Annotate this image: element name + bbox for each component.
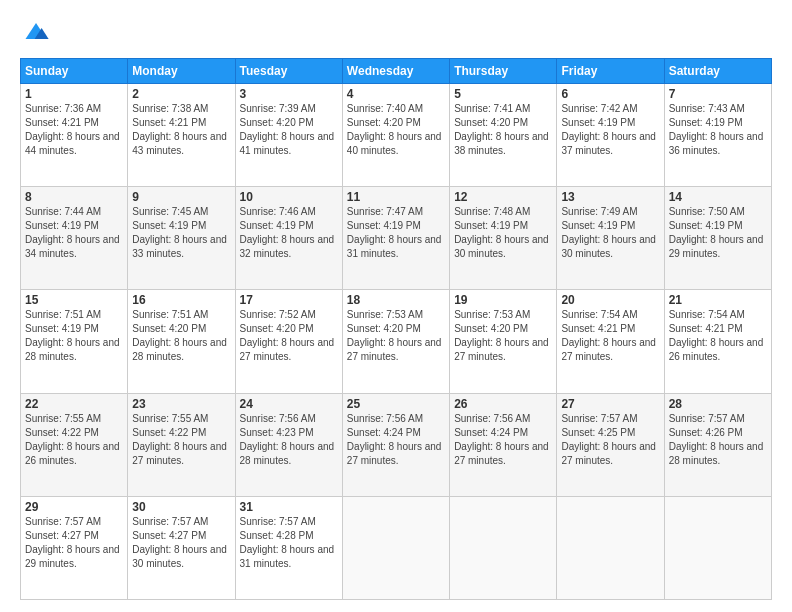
calendar-cell: 20Sunrise: 7:54 AM Sunset: 4:21 PM Dayli…	[557, 290, 664, 393]
calendar-day-header: Tuesday	[235, 59, 342, 84]
header	[20, 16, 772, 48]
calendar-cell: 24Sunrise: 7:56 AM Sunset: 4:23 PM Dayli…	[235, 393, 342, 496]
calendar-week-row: 22Sunrise: 7:55 AM Sunset: 4:22 PM Dayli…	[21, 393, 772, 496]
day-info: Sunrise: 7:54 AM Sunset: 4:21 PM Dayligh…	[561, 308, 659, 364]
day-info: Sunrise: 7:38 AM Sunset: 4:21 PM Dayligh…	[132, 102, 230, 158]
day-info: Sunrise: 7:49 AM Sunset: 4:19 PM Dayligh…	[561, 205, 659, 261]
day-info: Sunrise: 7:53 AM Sunset: 4:20 PM Dayligh…	[347, 308, 445, 364]
page: SundayMondayTuesdayWednesdayThursdayFrid…	[0, 0, 792, 612]
day-number: 29	[25, 500, 123, 514]
day-number: 9	[132, 190, 230, 204]
calendar-cell: 1Sunrise: 7:36 AM Sunset: 4:21 PM Daylig…	[21, 84, 128, 187]
calendar-header-row: SundayMondayTuesdayWednesdayThursdayFrid…	[21, 59, 772, 84]
calendar-cell	[342, 496, 449, 599]
calendar-cell	[450, 496, 557, 599]
day-number: 3	[240, 87, 338, 101]
day-info: Sunrise: 7:45 AM Sunset: 4:19 PM Dayligh…	[132, 205, 230, 261]
calendar-cell: 13Sunrise: 7:49 AM Sunset: 4:19 PM Dayli…	[557, 187, 664, 290]
day-info: Sunrise: 7:57 AM Sunset: 4:26 PM Dayligh…	[669, 412, 767, 468]
day-info: Sunrise: 7:53 AM Sunset: 4:20 PM Dayligh…	[454, 308, 552, 364]
day-number: 21	[669, 293, 767, 307]
day-info: Sunrise: 7:41 AM Sunset: 4:20 PM Dayligh…	[454, 102, 552, 158]
day-number: 27	[561, 397, 659, 411]
day-number: 24	[240, 397, 338, 411]
day-number: 12	[454, 190, 552, 204]
calendar-week-row: 8Sunrise: 7:44 AM Sunset: 4:19 PM Daylig…	[21, 187, 772, 290]
calendar-cell: 29Sunrise: 7:57 AM Sunset: 4:27 PM Dayli…	[21, 496, 128, 599]
day-number: 8	[25, 190, 123, 204]
calendar-cell: 7Sunrise: 7:43 AM Sunset: 4:19 PM Daylig…	[664, 84, 771, 187]
calendar-cell: 17Sunrise: 7:52 AM Sunset: 4:20 PM Dayli…	[235, 290, 342, 393]
day-number: 31	[240, 500, 338, 514]
day-info: Sunrise: 7:56 AM Sunset: 4:23 PM Dayligh…	[240, 412, 338, 468]
calendar-cell: 12Sunrise: 7:48 AM Sunset: 4:19 PM Dayli…	[450, 187, 557, 290]
day-info: Sunrise: 7:55 AM Sunset: 4:22 PM Dayligh…	[25, 412, 123, 468]
day-info: Sunrise: 7:51 AM Sunset: 4:19 PM Dayligh…	[25, 308, 123, 364]
calendar-cell: 27Sunrise: 7:57 AM Sunset: 4:25 PM Dayli…	[557, 393, 664, 496]
calendar-cell: 9Sunrise: 7:45 AM Sunset: 4:19 PM Daylig…	[128, 187, 235, 290]
calendar-cell: 14Sunrise: 7:50 AM Sunset: 4:19 PM Dayli…	[664, 187, 771, 290]
calendar-cell: 28Sunrise: 7:57 AM Sunset: 4:26 PM Dayli…	[664, 393, 771, 496]
calendar-day-header: Wednesday	[342, 59, 449, 84]
day-number: 23	[132, 397, 230, 411]
day-info: Sunrise: 7:44 AM Sunset: 4:19 PM Dayligh…	[25, 205, 123, 261]
calendar-day-header: Saturday	[664, 59, 771, 84]
day-number: 25	[347, 397, 445, 411]
calendar-cell: 16Sunrise: 7:51 AM Sunset: 4:20 PM Dayli…	[128, 290, 235, 393]
calendar-cell	[664, 496, 771, 599]
calendar-cell: 15Sunrise: 7:51 AM Sunset: 4:19 PM Dayli…	[21, 290, 128, 393]
day-number: 11	[347, 190, 445, 204]
logo	[20, 16, 50, 48]
calendar-cell: 31Sunrise: 7:57 AM Sunset: 4:28 PM Dayli…	[235, 496, 342, 599]
day-number: 16	[132, 293, 230, 307]
calendar-cell: 3Sunrise: 7:39 AM Sunset: 4:20 PM Daylig…	[235, 84, 342, 187]
day-number: 4	[347, 87, 445, 101]
day-info: Sunrise: 7:43 AM Sunset: 4:19 PM Dayligh…	[669, 102, 767, 158]
calendar-cell: 10Sunrise: 7:46 AM Sunset: 4:19 PM Dayli…	[235, 187, 342, 290]
day-number: 5	[454, 87, 552, 101]
calendar-week-row: 15Sunrise: 7:51 AM Sunset: 4:19 PM Dayli…	[21, 290, 772, 393]
calendar-cell: 25Sunrise: 7:56 AM Sunset: 4:24 PM Dayli…	[342, 393, 449, 496]
day-info: Sunrise: 7:57 AM Sunset: 4:27 PM Dayligh…	[25, 515, 123, 571]
day-info: Sunrise: 7:40 AM Sunset: 4:20 PM Dayligh…	[347, 102, 445, 158]
calendar-cell: 6Sunrise: 7:42 AM Sunset: 4:19 PM Daylig…	[557, 84, 664, 187]
day-info: Sunrise: 7:42 AM Sunset: 4:19 PM Dayligh…	[561, 102, 659, 158]
day-info: Sunrise: 7:57 AM Sunset: 4:27 PM Dayligh…	[132, 515, 230, 571]
day-info: Sunrise: 7:56 AM Sunset: 4:24 PM Dayligh…	[454, 412, 552, 468]
day-number: 10	[240, 190, 338, 204]
day-info: Sunrise: 7:48 AM Sunset: 4:19 PM Dayligh…	[454, 205, 552, 261]
calendar-cell: 26Sunrise: 7:56 AM Sunset: 4:24 PM Dayli…	[450, 393, 557, 496]
calendar-cell	[557, 496, 664, 599]
calendar-day-header: Monday	[128, 59, 235, 84]
calendar-cell: 4Sunrise: 7:40 AM Sunset: 4:20 PM Daylig…	[342, 84, 449, 187]
calendar-cell: 5Sunrise: 7:41 AM Sunset: 4:20 PM Daylig…	[450, 84, 557, 187]
day-info: Sunrise: 7:39 AM Sunset: 4:20 PM Dayligh…	[240, 102, 338, 158]
logo-icon	[22, 16, 50, 44]
day-info: Sunrise: 7:36 AM Sunset: 4:21 PM Dayligh…	[25, 102, 123, 158]
calendar-day-header: Thursday	[450, 59, 557, 84]
day-info: Sunrise: 7:51 AM Sunset: 4:20 PM Dayligh…	[132, 308, 230, 364]
calendar-cell: 19Sunrise: 7:53 AM Sunset: 4:20 PM Dayli…	[450, 290, 557, 393]
day-number: 17	[240, 293, 338, 307]
calendar-cell: 30Sunrise: 7:57 AM Sunset: 4:27 PM Dayli…	[128, 496, 235, 599]
day-info: Sunrise: 7:56 AM Sunset: 4:24 PM Dayligh…	[347, 412, 445, 468]
day-info: Sunrise: 7:50 AM Sunset: 4:19 PM Dayligh…	[669, 205, 767, 261]
day-number: 18	[347, 293, 445, 307]
calendar-day-header: Friday	[557, 59, 664, 84]
calendar-week-row: 1Sunrise: 7:36 AM Sunset: 4:21 PM Daylig…	[21, 84, 772, 187]
day-info: Sunrise: 7:57 AM Sunset: 4:25 PM Dayligh…	[561, 412, 659, 468]
calendar-cell: 22Sunrise: 7:55 AM Sunset: 4:22 PM Dayli…	[21, 393, 128, 496]
day-number: 13	[561, 190, 659, 204]
day-number: 2	[132, 87, 230, 101]
day-info: Sunrise: 7:47 AM Sunset: 4:19 PM Dayligh…	[347, 205, 445, 261]
calendar-cell: 8Sunrise: 7:44 AM Sunset: 4:19 PM Daylig…	[21, 187, 128, 290]
calendar-cell: 11Sunrise: 7:47 AM Sunset: 4:19 PM Dayli…	[342, 187, 449, 290]
day-number: 20	[561, 293, 659, 307]
calendar-cell: 18Sunrise: 7:53 AM Sunset: 4:20 PM Dayli…	[342, 290, 449, 393]
day-number: 6	[561, 87, 659, 101]
calendar-day-header: Sunday	[21, 59, 128, 84]
day-number: 1	[25, 87, 123, 101]
day-number: 26	[454, 397, 552, 411]
day-number: 30	[132, 500, 230, 514]
calendar-cell: 2Sunrise: 7:38 AM Sunset: 4:21 PM Daylig…	[128, 84, 235, 187]
